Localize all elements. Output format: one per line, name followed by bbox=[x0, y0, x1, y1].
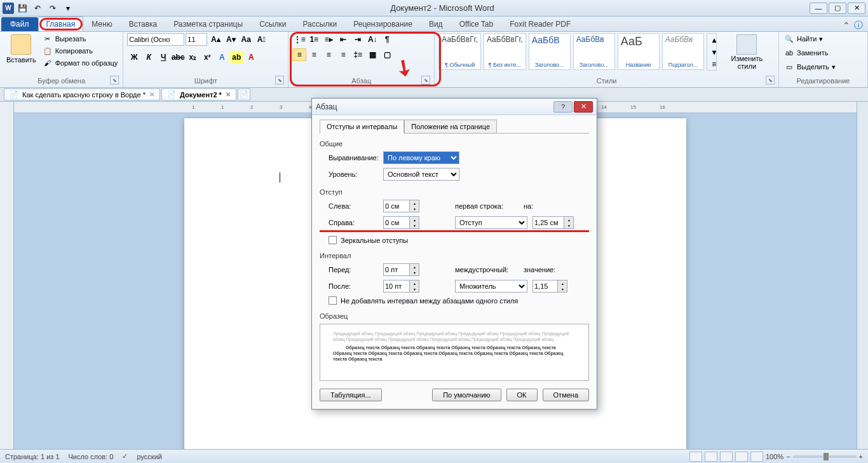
close-icon[interactable]: ✕ bbox=[226, 91, 231, 98]
tab-home[interactable]: Главная bbox=[38, 17, 84, 31]
tab-menu[interactable]: Меню bbox=[83, 17, 120, 31]
underline-button[interactable]: Ч bbox=[156, 51, 170, 64]
ribbon-minimize-icon[interactable]: ⌃ bbox=[843, 20, 850, 31]
bold-button[interactable]: Ж bbox=[127, 51, 141, 64]
style-subtitle[interactable]: АаБбВвПодзагол... bbox=[662, 33, 704, 70]
shrink-font-button[interactable]: A▾ bbox=[224, 33, 238, 46]
multilevel-button[interactable]: ≡▸ bbox=[322, 33, 336, 46]
font-color-button[interactable]: A bbox=[244, 51, 258, 64]
vertical-scrollbar[interactable] bbox=[857, 102, 868, 450]
close-button[interactable]: ✕ bbox=[848, 3, 865, 14]
style-title[interactable]: АаБНазвание bbox=[618, 33, 660, 70]
change-case-button[interactable]: Aa bbox=[239, 33, 253, 46]
tab-view[interactable]: Вид bbox=[421, 17, 451, 31]
new-doc-tab[interactable]: 📄 bbox=[238, 88, 250, 100]
copy-button[interactable]: 📋Копировать bbox=[41, 45, 119, 57]
language-status[interactable]: русский bbox=[137, 453, 161, 460]
show-marks-button[interactable]: ¶ bbox=[380, 33, 394, 46]
page-status[interactable]: Страница: 1 из 1 bbox=[5, 453, 60, 460]
indent-by-spinner[interactable]: ▴▾ bbox=[532, 216, 574, 229]
at-spinner[interactable]: ▴▾ bbox=[532, 280, 567, 293]
redo-button[interactable]: ↷ bbox=[46, 2, 60, 15]
change-styles-button[interactable]: Изменить стили bbox=[719, 33, 775, 71]
replace-button[interactable]: abЗаменить bbox=[783, 47, 829, 59]
decrease-indent-button[interactable]: ⇤ bbox=[336, 33, 350, 46]
find-button[interactable]: 🔍Найти ▾ bbox=[783, 33, 824, 45]
select-button[interactable]: ▭Выделить ▾ bbox=[783, 61, 837, 73]
cancel-button[interactable]: Отмена bbox=[543, 389, 589, 401]
style-heading1[interactable]: АаБбВЗаголово... bbox=[529, 33, 571, 70]
dlg-tab-indents[interactable]: Отступы и интервалы bbox=[320, 120, 404, 134]
highlight-button[interactable]: ab bbox=[229, 51, 243, 64]
font-size-combo[interactable] bbox=[186, 33, 207, 46]
font-name-combo[interactable] bbox=[127, 33, 184, 46]
doc-tab-2[interactable]: 📄Документ2 *✕ bbox=[161, 88, 236, 100]
word-count[interactable]: Число слов: 0 bbox=[69, 453, 114, 460]
format-painter-button[interactable]: 🖌Формат по образцу bbox=[41, 57, 119, 69]
zoom-slider[interactable] bbox=[793, 455, 857, 458]
web-layout-view[interactable] bbox=[720, 452, 733, 462]
clear-formatting-button[interactable]: A⃠ bbox=[254, 33, 268, 46]
outline-view[interactable] bbox=[735, 452, 748, 462]
tab-file[interactable]: Файл bbox=[1, 17, 38, 31]
tab-review[interactable]: Рецензирование bbox=[345, 17, 421, 31]
style-normal[interactable]: АаБбВвГг,¶ Обычный bbox=[438, 33, 481, 70]
superscript-button[interactable]: x² bbox=[200, 51, 214, 64]
italic-button[interactable]: К bbox=[142, 51, 156, 64]
no-space-checkbox[interactable] bbox=[329, 296, 337, 305]
first-line-combo[interactable]: Отступ bbox=[455, 216, 527, 229]
increase-indent-button[interactable]: ⇥ bbox=[351, 33, 365, 46]
dialog-close-button[interactable]: ✕ bbox=[574, 101, 593, 113]
align-right-button[interactable]: ≡ bbox=[322, 48, 336, 61]
undo-button[interactable]: ↶ bbox=[31, 2, 44, 15]
tabs-button[interactable]: Табуляция... bbox=[320, 389, 382, 401]
paragraph-launcher[interactable]: ⬊ bbox=[421, 76, 430, 85]
cut-button[interactable]: ✂Вырезать bbox=[41, 33, 119, 45]
strikethrough-button[interactable]: abc bbox=[171, 51, 185, 64]
style-heading2[interactable]: АаБбВвЗаголово... bbox=[573, 33, 615, 70]
save-button[interactable]: 💾 bbox=[15, 2, 29, 15]
styles-launcher[interactable]: ⬊ bbox=[766, 76, 775, 85]
line-spacing-combo[interactable]: Множитель bbox=[455, 280, 527, 293]
qat-dropdown[interactable]: ▾ bbox=[61, 2, 75, 15]
tab-references[interactable]: Ссылки bbox=[251, 17, 294, 31]
tab-foxit[interactable]: Foxit Reader PDF bbox=[501, 17, 579, 31]
numbering-button[interactable]: 1≡ bbox=[307, 33, 321, 46]
justify-button[interactable]: ≡ bbox=[336, 48, 350, 61]
mirror-indents-checkbox[interactable] bbox=[329, 236, 337, 244]
paste-button[interactable]: Вставить bbox=[4, 33, 39, 65]
minimize-button[interactable]: — bbox=[810, 3, 827, 14]
close-icon[interactable]: ✕ bbox=[149, 91, 154, 98]
alignment-combo[interactable]: По левому краю bbox=[383, 151, 459, 164]
bullets-button[interactable]: ⋮≡ bbox=[292, 33, 306, 46]
sort-button[interactable]: A↓ bbox=[365, 33, 379, 46]
before-spinner[interactable]: ▴▾ bbox=[383, 263, 419, 276]
indent-left-spinner[interactable]: ▴▾ bbox=[383, 200, 419, 212]
tab-mailings[interactable]: Рассылки bbox=[294, 17, 345, 31]
indent-right-spinner[interactable]: ▴▾ bbox=[383, 216, 419, 229]
line-spacing-button[interactable]: ‡≡ bbox=[351, 48, 365, 61]
draft-view[interactable] bbox=[750, 452, 763, 462]
zoom-level[interactable]: 100% bbox=[766, 453, 783, 460]
print-layout-view[interactable] bbox=[689, 452, 702, 462]
borders-button[interactable]: ▢ bbox=[380, 48, 394, 61]
full-screen-view[interactable] bbox=[705, 452, 717, 462]
grow-font-button[interactable]: A▴ bbox=[208, 33, 222, 46]
doc-tab-1[interactable]: 📄Как сделать красную строку в Ворде *✕ bbox=[4, 88, 160, 100]
subscript-button[interactable]: x₂ bbox=[186, 51, 200, 64]
default-button[interactable]: По умолчанию bbox=[432, 389, 501, 401]
dlg-tab-position[interactable]: Положение на странице bbox=[404, 120, 497, 134]
level-combo[interactable]: Основной текст bbox=[383, 168, 459, 181]
align-center-button[interactable]: ≡ bbox=[307, 48, 321, 61]
text-effects-button[interactable]: A bbox=[215, 51, 229, 64]
zoom-out-button[interactable]: − bbox=[786, 453, 790, 460]
clipboard-launcher[interactable]: ⬊ bbox=[110, 76, 119, 85]
style-no-spacing[interactable]: АаБбВвГг,¶ Без инте... bbox=[484, 33, 526, 70]
maximize-button[interactable]: ▢ bbox=[829, 3, 846, 14]
tab-office-tab[interactable]: Office Tab bbox=[451, 17, 502, 31]
dialog-titlebar[interactable]: Абзац ? ✕ bbox=[312, 99, 597, 115]
font-launcher[interactable]: ⬊ bbox=[275, 76, 284, 85]
help-icon[interactable]: ⓘ bbox=[854, 20, 863, 31]
spell-check-icon[interactable]: ✓ bbox=[122, 452, 128, 460]
shading-button[interactable]: ▦ bbox=[365, 48, 379, 61]
